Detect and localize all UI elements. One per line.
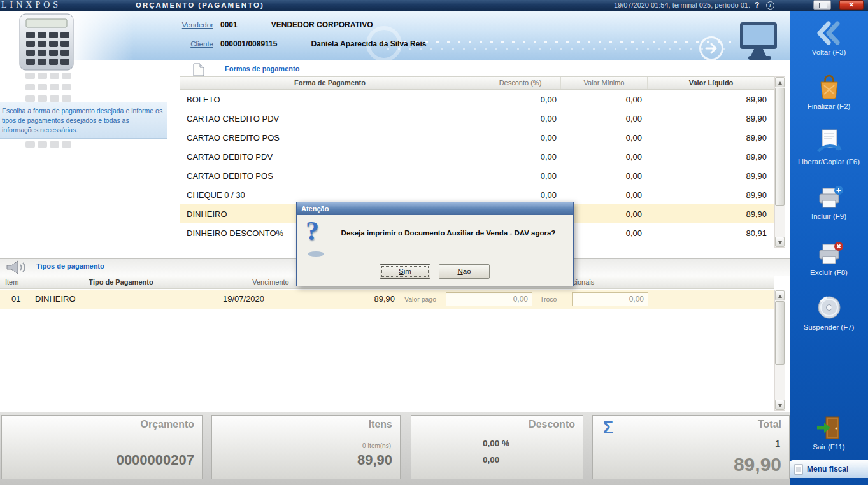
row-liquido: 89,90 (647, 209, 774, 219)
vendedor-row: Vendedor 0001 VENDEDOR CORPORATIVO (180, 20, 426, 37)
summary-bar: Orçamento 0000000207 Itens 0 Item(ns) 89… (0, 412, 790, 485)
header-band: Vendedor 0001 VENDEDOR CORPORATIVO Clien… (0, 11, 790, 60)
instructions-text: Escolha a forma de pagamento desejada e … (0, 102, 167, 139)
total-value: 89,90 (734, 454, 781, 475)
voltar-label: Voltar (F3) (790, 48, 868, 56)
row-liquido: 89,90 (647, 95, 774, 104)
row-valor: 89,90 (325, 294, 395, 304)
row-liquido: 89,90 (647, 114, 774, 123)
row-minimo: 0,00 (560, 114, 647, 123)
row-liquido: 80,91 (647, 228, 774, 238)
excluir-button[interactable]: Excluir (F8) (790, 240, 868, 276)
row-name: CARTAO CREDITO POS (180, 133, 480, 143)
suspender-label: Suspender (F7) (790, 323, 868, 331)
row-desconto: 0,00 (480, 133, 560, 143)
row-desconto: 0,00 (480, 171, 560, 181)
liberar-copiar-button[interactable]: Liberar/Copiar (F6) (790, 128, 868, 165)
sair-label: Sair (F11) (790, 443, 868, 451)
info-icon[interactable]: i (766, 1, 774, 10)
itens-label: Itens (369, 419, 392, 430)
cliente-label[interactable]: Cliente (180, 40, 213, 48)
payment-form-row[interactable]: CARTAO CREDITO POS 0,00 0,00 89,90 (180, 128, 774, 147)
menu-fiscal-button[interactable]: Menu fiscal (790, 460, 868, 478)
row-minimo: 0,00 (560, 152, 647, 162)
row-name: CHEQUE 0 / 30 (180, 190, 480, 200)
incluir-label: Incluir (F9) (790, 213, 868, 220)
payment-form-row[interactable]: CARTAO DEBITO PDV 0,00 0,00 89,90 (180, 147, 774, 166)
dialog-title-bar[interactable]: Atenção (297, 202, 573, 215)
payment-form-row[interactable]: CARTAO DEBITO POS 0,00 0,00 89,90 (180, 166, 774, 185)
section-title-tipos: Tipos de pagamento (36, 262, 104, 270)
valor-pago-input[interactable] (446, 292, 532, 306)
decor-dots-row (387, 48, 734, 50)
panel-itens: Itens 0 Item(ns) 89,90 (211, 415, 401, 479)
desconto-value: 0,00 (483, 455, 499, 465)
payment-forms-scrollbar[interactable] (774, 76, 785, 248)
scrollbar-thumb[interactable] (775, 301, 785, 365)
col-desconto: Desconto (%) (480, 77, 560, 89)
incluir-button[interactable]: Incluir (F9) (790, 184, 868, 220)
row-desconto: 0,00 (480, 190, 560, 200)
printer-add-icon (815, 184, 844, 211)
nao-button[interactable]: Não (439, 264, 490, 279)
vendedor-code: 0001 (220, 20, 238, 29)
excluir-label: Excluir (F8) (790, 269, 868, 276)
linxpos-window: LINXPOS ORÇAMENTO (PAGAMENTO) 19/07/2020… (0, 0, 868, 485)
row-vencimento: 19/07/2020 (223, 294, 264, 304)
suspender-button[interactable]: Suspender (F7) (790, 295, 868, 331)
scroll-up-icon[interactable] (775, 290, 785, 300)
scroll-down-icon[interactable] (775, 400, 785, 410)
total-count: 1 (775, 439, 780, 449)
help-icon[interactable]: ? (755, 1, 759, 10)
decor-dots-row (382, 41, 739, 43)
orcamento-label: Orçamento (141, 419, 194, 430)
payment-types-scrollbar[interactable] (774, 290, 785, 411)
copy-document-icon (815, 128, 844, 156)
itens-count: 0 Item(ns) (362, 442, 391, 449)
payment-type-row[interactable]: 01 DINHEIRO 19/07/2020 89,90 Valor pago … (0, 290, 774, 309)
liberar-copiar-label: Liberar/Copiar (F6) (790, 158, 868, 165)
troco-label: Troco (540, 295, 557, 303)
exit-door-icon (815, 414, 843, 441)
speaker-icon (5, 260, 29, 278)
voltar-button[interactable]: Voltar (F3) (790, 20, 868, 56)
vendedor-label[interactable]: Vendedor (180, 21, 213, 29)
row-minimo: 0,00 (560, 190, 647, 200)
row-name: BOLETO (180, 95, 480, 104)
col-adicionais-fragment: cionais (573, 278, 594, 286)
scroll-up-icon[interactable] (775, 77, 785, 87)
row-minimo: 0,00 (560, 133, 647, 143)
panel-orcamento: Orçamento 0000000207 (1, 415, 203, 479)
finalizar-button[interactable]: Finalizar (F2) (790, 73, 868, 110)
row-liquido: 89,90 (647, 152, 774, 162)
payment-form-row[interactable]: CARTAO CREDITO PDV 0,00 0,00 89,90 (180, 109, 774, 128)
payment-forms-header: Forma de Pagamento Desconto (%) Valor Mí… (180, 76, 774, 90)
calculator-image (16, 13, 77, 75)
row-desconto: 0,00 (480, 95, 560, 104)
valor-pago-label: Valor pago (404, 295, 436, 303)
monitor-icon (737, 21, 783, 64)
col-forma: Forma de Pagamento (180, 77, 480, 89)
row-desconto: 0,00 (480, 152, 560, 162)
itens-value: 89,90 (357, 452, 392, 468)
desconto-percent: 0,00 % (483, 439, 509, 448)
title-bar: LINXPOS ORÇAMENTO (PAGAMENTO) 19/07/2020… (0, 0, 868, 11)
sigma-icon: Σ (603, 418, 613, 438)
menu-fiscal-label: Menu fiscal (807, 465, 848, 474)
scroll-down-icon[interactable] (775, 237, 785, 247)
panel-total: Σ Total 1 89,90 (592, 415, 790, 479)
desconto-label: Desconto (529, 419, 575, 430)
action-sidebar: Voltar (F3) Finalizar (F2) Liberar/Copia… (790, 11, 868, 485)
row-liquido: 89,90 (647, 190, 774, 200)
minimize-button[interactable] (813, 0, 831, 10)
close-button[interactable]: ✕ (839, 0, 864, 10)
sair-button[interactable]: Sair (F11) (790, 414, 868, 451)
scrollbar-thumb[interactable] (775, 88, 785, 206)
payment-form-row[interactable]: BOLETO 0,00 0,00 89,90 (180, 90, 774, 109)
sim-button[interactable]: Sim (380, 264, 430, 279)
troco-input[interactable] (572, 292, 648, 306)
shopping-bag-icon (815, 73, 843, 101)
row-tipo: DINHEIRO (35, 294, 76, 304)
row-item: 01 (11, 294, 20, 304)
app-logo: LINXPOS (1, 0, 61, 10)
